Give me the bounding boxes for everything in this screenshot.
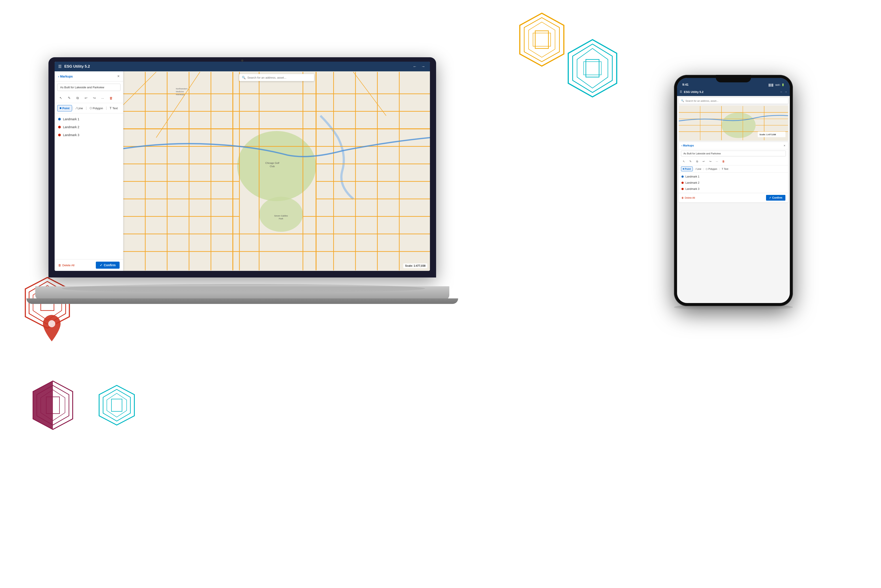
map-search-input[interactable] [247, 76, 311, 79]
delete-icon: 🗑 [58, 264, 61, 267]
landmark-dot-1 [58, 118, 61, 120]
list-item[interactable]: Landmark 3 [679, 186, 788, 192]
svg-text:Medicine: Medicine [176, 90, 184, 93]
phone-panel-back-button[interactable]: ‹ Markups [681, 144, 694, 147]
svg-rect-3 [535, 31, 548, 48]
phone-redo-btn[interactable]: ↪ [707, 159, 713, 164]
undo-tool-btn[interactable]: ↩ [83, 94, 89, 102]
draw-line-btn[interactable]: ∕ Line [74, 105, 86, 111]
phone-cursor-btn[interactable]: ↖ [681, 159, 687, 164]
panel-back-button[interactable]: ‹ Markups [58, 75, 73, 78]
phone-search-input[interactable] [686, 99, 786, 102]
checkmark-icon: ✓ [100, 263, 102, 267]
laptop-screen: ☰ ESG Utility 5.2 ← → ‹ Markups × [55, 62, 430, 271]
list-item[interactable]: Landmark 2 [679, 180, 788, 186]
phone-draw-polygon-btn[interactable]: ⬡ Polygon [704, 167, 719, 171]
more-options-btn[interactable]: ··· [99, 94, 106, 102]
confirm-label: Confirm [104, 263, 116, 267]
cursor-tool-btn[interactable]: ↖ [57, 94, 64, 102]
phone-panel-toolbar: ↖ ✎ ⧉ ↩ ↪ ··· 🗑 [679, 158, 788, 165]
panel-footer: 🗑 Delete All ✓ Confirm [55, 259, 123, 271]
list-item[interactable]: Landmark 3 [55, 131, 123, 139]
panel-back-label: Markups [60, 75, 73, 78]
laptop-base [35, 286, 449, 300]
wifi-icon: WiFi [775, 84, 780, 86]
point-label: Point [62, 106, 70, 110]
list-item[interactable]: Landmark 1 [679, 174, 788, 180]
draw-point-btn[interactable]: Point [57, 105, 72, 111]
polygon-label: Polygon [93, 106, 103, 110]
phone-draw-point-btn[interactable]: Point [681, 166, 693, 171]
phone-undo-btn[interactable]: ↩ [701, 159, 707, 164]
phone-polygon-label: Polygon [708, 168, 717, 170]
polygon-icon: ⬡ [90, 106, 92, 110]
back-chevron-icon: ‹ [58, 75, 59, 78]
phone-landmark-dot-3 [681, 188, 684, 190]
svg-text:Park: Park [279, 218, 283, 220]
confirm-button[interactable]: ✓ Confirm [96, 262, 120, 268]
map-search-bar: 🔍 [239, 74, 314, 81]
titlebar-nav: ← → [411, 64, 426, 69]
nav-back-btn[interactable]: ← [411, 64, 418, 69]
phone-landmark-name-1: Landmark 1 [686, 175, 699, 178]
phone-nav-forward-btn[interactable]: → [785, 90, 787, 93]
hex-maroon-icon [29, 379, 77, 432]
phone-panel-header: ‹ Markups × [679, 142, 788, 149]
svg-point-66 [722, 112, 756, 138]
svg-marker-1 [524, 18, 560, 62]
phone-nav-back-btn[interactable]: ← [780, 90, 783, 93]
markup-name-input[interactable] [57, 84, 120, 91]
app-title: ESG Utility 5.2 [64, 64, 409, 69]
phone-panel-close-button[interactable]: × [783, 144, 785, 147]
phone-copy-btn[interactable]: ⧉ [694, 159, 700, 164]
landmark-name-3: Landmark 3 [63, 133, 79, 137]
line-icon: ∕ [76, 106, 77, 110]
svg-text:Marianjoy: Marianjoy [176, 93, 185, 96]
phone-more-btn[interactable]: ··· [714, 159, 720, 164]
phone-polygon-icon: ⬡ [706, 168, 708, 170]
draw-polygon-btn[interactable]: ⬡ Polygon [87, 105, 105, 111]
phone-search-icon: 🔍 [681, 99, 684, 102]
phone-point-label: Point [685, 168, 691, 170]
phone-delete-btn-toolbar[interactable]: 🗑 [720, 159, 726, 164]
phone-menu-icon[interactable]: ☰ [680, 90, 682, 93]
phone-delete-all-label: Delete All [685, 196, 695, 199]
phone-time: 9:41 [682, 83, 689, 86]
delete-tool-btn[interactable]: 🗑 [108, 94, 114, 102]
svg-rect-8 [586, 60, 599, 77]
phone-map-svg: Scale: 1:477,038 [679, 105, 788, 141]
map-area[interactable]: Chicago Golf Club Seven Gables Park Nort… [123, 71, 430, 271]
phone-draw-line-btn[interactable]: ∕ Line [694, 167, 703, 171]
phone-landmark-dot-1 [681, 176, 684, 178]
panel-header: ‹ Markups × [55, 71, 123, 81]
list-item[interactable]: Landmark 2 [55, 123, 123, 131]
search-icon: 🔍 [242, 76, 246, 79]
text-icon: T [110, 106, 112, 110]
phone-confirm-button[interactable]: ✓ Confirm [766, 195, 785, 201]
laptop-device: ☰ ESG Utility 5.2 ← → ‹ Markups × [48, 57, 436, 300]
geo-pin-icon [41, 313, 63, 344]
phone-delete-all-button[interactable]: 🗑 Delete All [681, 196, 695, 199]
redo-tool-btn[interactable]: ↪ [91, 94, 98, 102]
svg-marker-17 [107, 393, 127, 417]
svg-text:Scale: 1:477,038: Scale: 1:477,038 [759, 133, 776, 136]
landmark-name-2: Landmark 2 [63, 125, 79, 129]
phone-edit-btn[interactable]: ✎ [687, 159, 693, 164]
delete-all-button[interactable]: 🗑 Delete All [58, 264, 74, 267]
nav-forward-btn[interactable]: → [420, 64, 426, 69]
phone-landmark-dot-2 [681, 182, 684, 184]
copy-tool-btn[interactable]: ⧉ [74, 94, 81, 102]
phone-search-bar: 🔍 [679, 98, 788, 104]
edit-tool-btn[interactable]: ✎ [66, 94, 73, 102]
map-svg: Chicago Golf Club Seven Gables Park Nort… [123, 71, 430, 271]
landmark-dot-2 [58, 126, 61, 128]
landmark-name-1: Landmark 1 [63, 117, 79, 121]
draw-text-btn[interactable]: T Text [107, 105, 120, 111]
phone-draw-tools: Point | ∕ Line | ⬡ Polygon | T T [679, 165, 788, 172]
phone-checkmark-icon: ✓ [769, 196, 771, 199]
phone-draw-text-btn[interactable]: T Text [720, 167, 730, 171]
list-item[interactable]: Landmark 1 [55, 115, 123, 123]
menu-icon[interactable]: ☰ [58, 64, 62, 69]
phone-map-area[interactable]: Scale: 1:477,038 [679, 105, 788, 141]
panel-close-button[interactable]: × [117, 74, 120, 79]
